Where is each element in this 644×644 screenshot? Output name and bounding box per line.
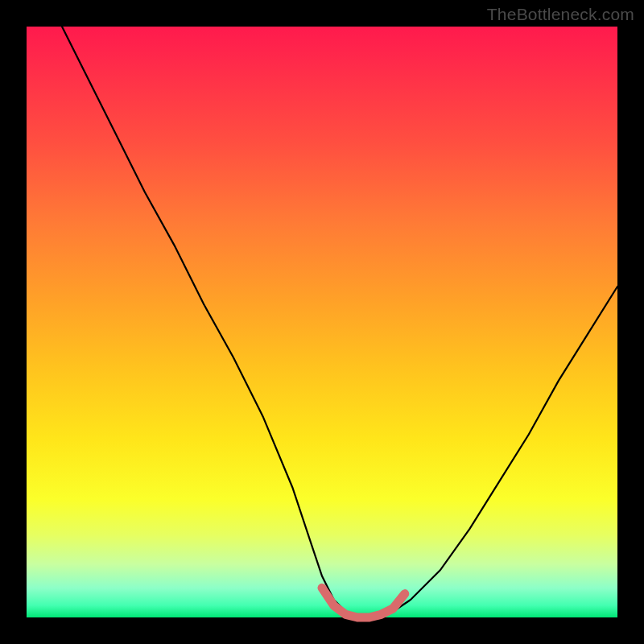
plot-area [27, 27, 617, 617]
chart-svg [27, 27, 617, 617]
chart-frame: TheBottleneck.com [0, 0, 644, 644]
main-curve [62, 27, 617, 617]
bottom-segment [322, 588, 405, 617]
watermark-text: TheBottleneck.com [487, 5, 634, 24]
